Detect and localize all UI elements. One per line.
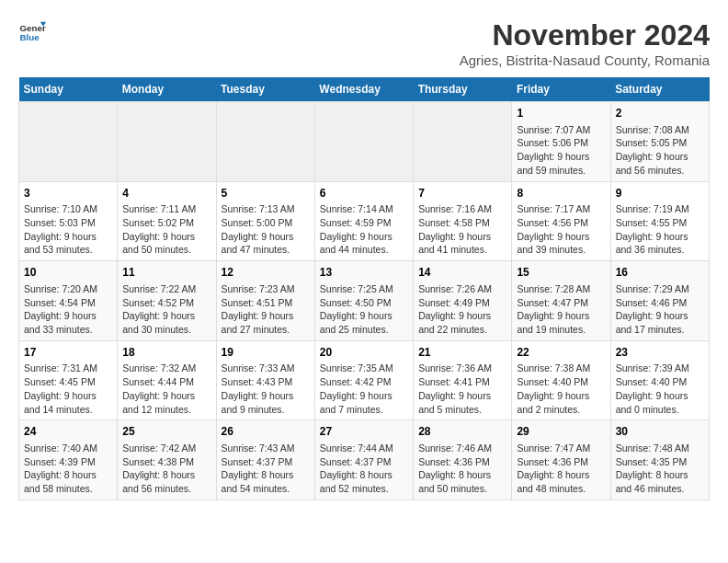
cell-content: Sunrise: 7:33 AM Sunset: 4:43 PM Dayligh… <box>222 362 310 416</box>
calendar-cell: 7Sunrise: 7:16 AM Sunset: 4:58 PM Daylig… <box>414 181 512 261</box>
day-number: 28 <box>418 424 506 440</box>
calendar-cell <box>118 102 216 182</box>
day-number: 22 <box>517 345 605 361</box>
cell-content: Sunrise: 7:40 AM Sunset: 4:39 PM Dayligh… <box>24 442 112 496</box>
calendar-week-5: 24Sunrise: 7:40 AM Sunset: 4:39 PM Dayli… <box>19 420 710 500</box>
cell-content: Sunrise: 7:42 AM Sunset: 4:38 PM Dayligh… <box>122 442 210 496</box>
day-number: 6 <box>320 186 408 201</box>
calendar-cell: 19Sunrise: 7:33 AM Sunset: 4:43 PM Dayli… <box>216 340 314 420</box>
calendar-cell: 4Sunrise: 7:11 AM Sunset: 5:02 PM Daylig… <box>118 181 216 261</box>
day-number: 13 <box>320 265 408 281</box>
day-number: 8 <box>517 186 605 201</box>
day-number: 2 <box>616 106 704 121</box>
cell-content: Sunrise: 7:28 AM Sunset: 4:47 PM Dayligh… <box>517 282 605 337</box>
day-number: 20 <box>320 345 408 361</box>
cell-content: Sunrise: 7:07 AM Sunset: 5:06 PM Dayligh… <box>517 123 605 178</box>
calendar-table: SundayMondayTuesdayWednesdayThursdayFrid… <box>18 77 710 500</box>
cell-content: Sunrise: 7:26 AM Sunset: 4:49 PM Dayligh… <box>418 282 506 337</box>
cell-content: Sunrise: 7:47 AM Sunset: 4:36 PM Dayligh… <box>517 442 605 496</box>
cell-content: Sunrise: 7:35 AM Sunset: 4:42 PM Dayligh… <box>320 362 408 416</box>
cell-content: Sunrise: 7:13 AM Sunset: 5:00 PM Dayligh… <box>222 202 310 257</box>
day-number: 12 <box>222 265 310 281</box>
day-number: 11 <box>122 265 210 281</box>
calendar-week-3: 10Sunrise: 7:20 AM Sunset: 4:54 PM Dayli… <box>19 261 710 341</box>
calendar-body: 1Sunrise: 7:07 AM Sunset: 5:06 PM Daylig… <box>19 102 710 500</box>
calendar-cell: 9Sunrise: 7:19 AM Sunset: 4:55 PM Daylig… <box>610 181 709 261</box>
calendar-cell: 22Sunrise: 7:38 AM Sunset: 4:40 PM Dayli… <box>512 340 610 420</box>
day-number: 5 <box>222 186 310 201</box>
calendar-cell: 26Sunrise: 7:43 AM Sunset: 4:37 PM Dayli… <box>216 420 314 500</box>
day-number: 26 <box>222 424 310 440</box>
calendar-cell: 3Sunrise: 7:10 AM Sunset: 5:03 PM Daylig… <box>19 181 118 261</box>
cell-content: Sunrise: 7:31 AM Sunset: 4:45 PM Dayligh… <box>24 362 112 416</box>
day-number: 23 <box>616 345 704 361</box>
day-number: 30 <box>616 424 704 440</box>
day-header-wednesday: Wednesday <box>314 77 413 102</box>
day-number: 17 <box>24 345 112 361</box>
day-number: 24 <box>24 424 112 440</box>
cell-content: Sunrise: 7:46 AM Sunset: 4:36 PM Dayligh… <box>418 442 506 496</box>
cell-content: Sunrise: 7:19 AM Sunset: 4:55 PM Dayligh… <box>616 202 704 257</box>
calendar-cell <box>216 102 314 182</box>
cell-content: Sunrise: 7:11 AM Sunset: 5:02 PM Dayligh… <box>122 202 210 257</box>
day-number: 14 <box>418 265 506 281</box>
logo-icon: General Blue <box>18 18 46 46</box>
day-number: 19 <box>222 345 310 361</box>
calendar-cell: 17Sunrise: 7:31 AM Sunset: 4:45 PM Dayli… <box>19 340 118 420</box>
calendar-cell: 8Sunrise: 7:17 AM Sunset: 4:56 PM Daylig… <box>512 181 610 261</box>
calendar-cell: 16Sunrise: 7:29 AM Sunset: 4:46 PM Dayli… <box>610 261 709 341</box>
calendar-cell <box>19 102 118 182</box>
cell-content: Sunrise: 7:14 AM Sunset: 4:59 PM Dayligh… <box>320 202 408 257</box>
day-number: 3 <box>24 186 112 201</box>
day-number: 25 <box>122 424 210 440</box>
cell-content: Sunrise: 7:17 AM Sunset: 4:56 PM Dayligh… <box>517 202 605 257</box>
calendar-header: SundayMondayTuesdayWednesdayThursdayFrid… <box>19 77 710 102</box>
cell-content: Sunrise: 7:29 AM Sunset: 4:46 PM Dayligh… <box>616 282 704 337</box>
calendar-cell: 5Sunrise: 7:13 AM Sunset: 5:00 PM Daylig… <box>216 181 314 261</box>
day-number: 29 <box>517 424 605 440</box>
cell-content: Sunrise: 7:08 AM Sunset: 5:05 PM Dayligh… <box>616 123 704 178</box>
cell-content: Sunrise: 7:20 AM Sunset: 4:54 PM Dayligh… <box>24 282 112 337</box>
day-number: 7 <box>418 186 506 201</box>
cell-content: Sunrise: 7:16 AM Sunset: 4:58 PM Dayligh… <box>418 202 506 257</box>
cell-content: Sunrise: 7:38 AM Sunset: 4:40 PM Dayligh… <box>517 362 605 416</box>
day-number: 9 <box>616 186 704 201</box>
day-number: 4 <box>122 186 210 201</box>
day-number: 10 <box>24 265 112 281</box>
calendar-cell: 12Sunrise: 7:23 AM Sunset: 4:51 PM Dayli… <box>216 261 314 341</box>
main-title: November 2024 <box>460 18 710 52</box>
cell-content: Sunrise: 7:44 AM Sunset: 4:37 PM Dayligh… <box>320 442 408 496</box>
header: General Blue November 2024 Agries, Bistr… <box>18 18 710 68</box>
logo: General Blue <box>18 18 46 46</box>
calendar-cell: 21Sunrise: 7:36 AM Sunset: 4:41 PM Dayli… <box>414 340 512 420</box>
svg-text:Blue: Blue <box>20 32 40 42</box>
calendar-cell: 10Sunrise: 7:20 AM Sunset: 4:54 PM Dayli… <box>19 261 118 341</box>
calendar-cell: 28Sunrise: 7:46 AM Sunset: 4:36 PM Dayli… <box>414 420 512 500</box>
day-number: 27 <box>320 424 408 440</box>
calendar-cell: 29Sunrise: 7:47 AM Sunset: 4:36 PM Dayli… <box>512 420 610 500</box>
day-header-tuesday: Tuesday <box>216 77 314 102</box>
day-header-monday: Monday <box>118 77 216 102</box>
day-number: 21 <box>418 345 506 361</box>
cell-content: Sunrise: 7:25 AM Sunset: 4:50 PM Dayligh… <box>320 282 408 337</box>
day-header-friday: Friday <box>512 77 610 102</box>
day-number: 16 <box>616 265 704 281</box>
cell-content: Sunrise: 7:10 AM Sunset: 5:03 PM Dayligh… <box>24 202 112 257</box>
calendar-cell: 6Sunrise: 7:14 AM Sunset: 4:59 PM Daylig… <box>314 181 413 261</box>
calendar-cell: 18Sunrise: 7:32 AM Sunset: 4:44 PM Dayli… <box>118 340 216 420</box>
calendar-cell: 23Sunrise: 7:39 AM Sunset: 4:40 PM Dayli… <box>610 340 709 420</box>
cell-content: Sunrise: 7:48 AM Sunset: 4:35 PM Dayligh… <box>616 442 704 496</box>
calendar-cell: 11Sunrise: 7:22 AM Sunset: 4:52 PM Dayli… <box>118 261 216 341</box>
calendar-cell: 13Sunrise: 7:25 AM Sunset: 4:50 PM Dayli… <box>314 261 413 341</box>
day-header-sunday: Sunday <box>19 77 118 102</box>
cell-content: Sunrise: 7:39 AM Sunset: 4:40 PM Dayligh… <box>616 362 704 416</box>
day-number: 18 <box>122 345 210 361</box>
cell-content: Sunrise: 7:43 AM Sunset: 4:37 PM Dayligh… <box>222 442 310 496</box>
calendar-week-4: 17Sunrise: 7:31 AM Sunset: 4:45 PM Dayli… <box>19 340 710 420</box>
day-header-saturday: Saturday <box>610 77 709 102</box>
calendar-cell: 20Sunrise: 7:35 AM Sunset: 4:42 PM Dayli… <box>314 340 413 420</box>
cell-content: Sunrise: 7:22 AM Sunset: 4:52 PM Dayligh… <box>122 282 210 337</box>
calendar-cell <box>414 102 512 182</box>
calendar-cell <box>314 102 413 182</box>
calendar-cell: 24Sunrise: 7:40 AM Sunset: 4:39 PM Dayli… <box>19 420 118 500</box>
